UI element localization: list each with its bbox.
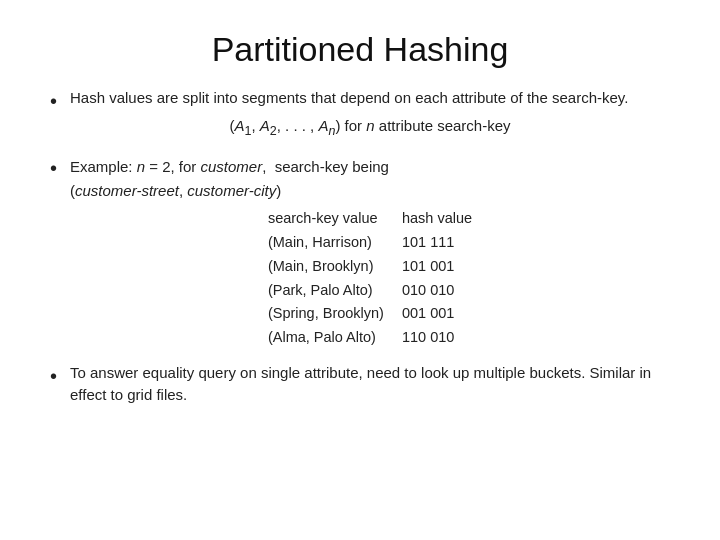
cell-key-2: (Main, Brooklyn) bbox=[268, 255, 402, 279]
cell-hash-5: 110 010 bbox=[402, 326, 472, 350]
cell-key-5: (Alma, Palo Alto) bbox=[268, 326, 402, 350]
formula-an: An bbox=[318, 117, 335, 134]
formula-dots: . . . , bbox=[285, 117, 314, 134]
table-row: (Alma, Palo Alto) 110 010 bbox=[268, 326, 472, 350]
formula-a1: A1 bbox=[234, 117, 251, 134]
formula-a2: A2 bbox=[260, 117, 277, 134]
formula-block: (A1, A2, . . . , An) for n attribute sea… bbox=[70, 115, 670, 140]
col-header-key: search-key value bbox=[268, 207, 402, 231]
bullet-dot-1: • bbox=[50, 89, 60, 113]
hash-table: search-key value hash value (Main, Harri… bbox=[268, 207, 472, 350]
bullet1-text: Hash values are split into segments that… bbox=[70, 89, 628, 106]
bullet-content-2: Example: n = 2, for customer, search-key… bbox=[70, 154, 670, 352]
cell-hash-3: 010 010 bbox=[402, 279, 472, 303]
customer-street: customer-street bbox=[75, 182, 179, 199]
example-line2: (customer-street, customer-city) bbox=[70, 180, 670, 202]
bullet-item-2: • Example: n = 2, for customer, search-k… bbox=[50, 154, 670, 352]
bullet-list: • Hash values are split into segments th… bbox=[50, 87, 670, 405]
bullet-item-3: • To answer equality query on single att… bbox=[50, 362, 670, 406]
hash-table-block: search-key value hash value (Main, Harri… bbox=[70, 207, 670, 350]
bullet-content-1: Hash values are split into segments that… bbox=[70, 87, 670, 144]
formula-text: for n attribute search-key bbox=[345, 117, 511, 134]
table-row: (Park, Palo Alto) 010 010 bbox=[268, 279, 472, 303]
col-header-hash: hash value bbox=[402, 207, 472, 231]
table-row: (Main, Harrison) 101 111 bbox=[268, 231, 472, 255]
cell-key-3: (Park, Palo Alto) bbox=[268, 279, 402, 303]
bullet-item-1: • Hash values are split into segments th… bbox=[50, 87, 670, 144]
bullet-content-3: To answer equality query on single attri… bbox=[70, 362, 670, 406]
table-row: (Spring, Brooklyn) 001 001 bbox=[268, 302, 472, 326]
cell-hash-2: 101 001 bbox=[402, 255, 472, 279]
slide-container: Partitioned Hashing • Hash values are sp… bbox=[0, 0, 720, 540]
bullet-dot-2: • bbox=[50, 156, 60, 180]
cell-key-1: (Main, Harrison) bbox=[268, 231, 402, 255]
cell-hash-4: 001 001 bbox=[402, 302, 472, 326]
customer-city: customer-city bbox=[187, 182, 276, 199]
cell-hash-1: 101 111 bbox=[402, 231, 472, 255]
table-row: (Main, Brooklyn) 101 001 bbox=[268, 255, 472, 279]
example-line: Example: n = 2, for customer, search-key… bbox=[70, 156, 670, 178]
cell-key-4: (Spring, Brooklyn) bbox=[268, 302, 402, 326]
bullet3-text: To answer equality query on single attri… bbox=[70, 364, 651, 403]
slide-title: Partitioned Hashing bbox=[50, 30, 670, 69]
bullet-dot-3: • bbox=[50, 364, 60, 388]
table-header-row: search-key value hash value bbox=[268, 207, 472, 231]
